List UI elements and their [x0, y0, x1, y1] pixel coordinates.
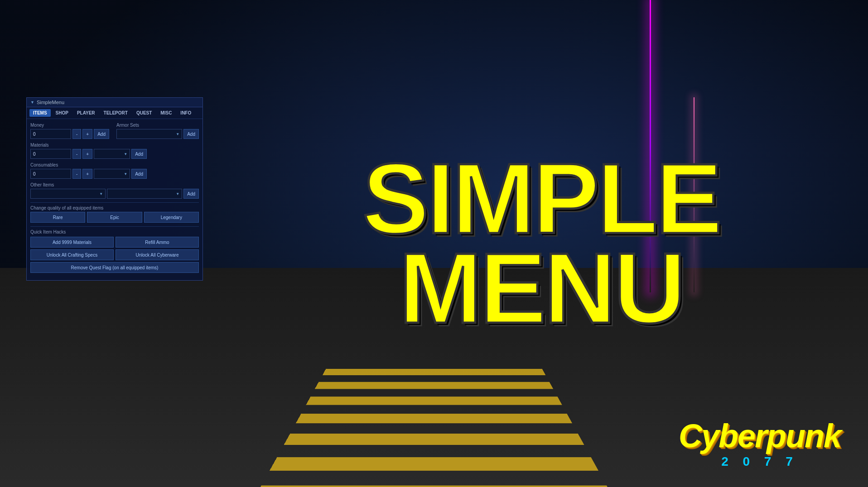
consumables-minus-btn[interactable]: -: [72, 169, 81, 179]
materials-minus-btn[interactable]: -: [72, 149, 81, 159]
armor-sets-add-btn[interactable]: Add: [183, 129, 199, 139]
panel-body: Money - + Add Armor Sets ▼ Add: [27, 119, 203, 280]
main-title: SIMPLE MENU: [362, 154, 720, 333]
change-quality-label: Change quality of all equipped items: [30, 205, 199, 210]
money-section: Money - + Add: [30, 123, 113, 139]
materials-input-row: - + ▼ Add: [30, 149, 199, 159]
title-line2: MENU: [362, 244, 720, 333]
consumables-dropdown[interactable]: ▼: [94, 169, 130, 179]
tab-quest[interactable]: QUEST: [133, 109, 155, 117]
materials-section: Materials - + ▼ Add: [30, 143, 199, 159]
quality-buttons-row: Rare Epic Legendary: [30, 212, 199, 223]
other-items-dropdown2[interactable]: ▼: [107, 189, 182, 199]
quick-hacks-label: Quick Item Hacks: [30, 229, 199, 234]
materials-label: Materials: [30, 143, 199, 148]
other-items-dropdown2-arrow: ▼: [176, 192, 179, 196]
consumables-add-btn[interactable]: Add: [131, 169, 147, 179]
money-input-row: - + Add: [30, 129, 113, 139]
tabs-row: ITEMS SHOP PLAYER TELEPORT QUEST MISC IN…: [27, 107, 203, 119]
armor-sets-section: Armor Sets ▼ Add: [116, 123, 199, 139]
tab-shop[interactable]: SHOP: [52, 109, 72, 117]
panel-titlebar: ▼ SimpleMenu: [27, 98, 203, 107]
materials-input[interactable]: [30, 149, 71, 159]
materials-dropdown-arrow: ▼: [124, 152, 127, 156]
tab-player[interactable]: PLAYER: [73, 109, 99, 117]
collapse-icon[interactable]: ▼: [30, 100, 34, 105]
cyberpunk-logo: Cyberpunk 2 0 7 7: [679, 417, 841, 469]
divider2: [30, 226, 199, 227]
other-items-add-btn[interactable]: Add: [183, 189, 199, 199]
other-items-section: Other Items ▼ ▼ Add: [30, 182, 199, 199]
money-input[interactable]: [30, 129, 71, 139]
money-label: Money: [30, 123, 113, 128]
armor-sets-dropdown[interactable]: ▼: [116, 129, 182, 139]
money-minus-btn[interactable]: -: [72, 129, 81, 139]
quality-legendary-btn[interactable]: Legendary: [144, 212, 199, 223]
quality-rare-btn[interactable]: Rare: [30, 212, 85, 223]
tab-info[interactable]: INFO: [177, 109, 195, 117]
tab-misc[interactable]: MISC: [157, 109, 175, 117]
tab-items[interactable]: ITEMS: [29, 109, 51, 117]
other-items-dropdown1[interactable]: ▼: [30, 189, 106, 199]
hack-row1: Add 9999 Materials Refill Ammo: [30, 237, 199, 248]
title-line1: SIMPLE: [362, 154, 720, 244]
quality-epic-btn[interactable]: Epic: [87, 212, 142, 223]
refill-ammo-btn[interactable]: Refill Ammo: [116, 237, 199, 248]
other-items-label: Other Items: [30, 182, 199, 187]
tab-teleport[interactable]: TELEPORT: [100, 109, 131, 117]
panel-title-label: SimpleMenu: [37, 100, 64, 105]
money-add-btn[interactable]: Add: [94, 129, 109, 139]
armor-sets-label: Armor Sets: [116, 123, 199, 128]
hack-row2: Unlock All Crafting Specs Unlock All Cyb…: [30, 249, 199, 260]
materials-plus-btn[interactable]: +: [82, 149, 92, 159]
armor-sets-input-row: ▼ Add: [116, 129, 199, 139]
consumables-input[interactable]: [30, 169, 71, 179]
divider1: [30, 202, 199, 203]
other-items-dropdown1-arrow: ▼: [99, 192, 103, 196]
money-plus-btn[interactable]: +: [82, 129, 92, 139]
simplemenu-panel: ▼ SimpleMenu ITEMS SHOP PLAYER TELEPORT …: [26, 97, 203, 281]
consumables-input-row: - + ▼ Add: [30, 169, 199, 179]
remove-quest-flag-btn[interactable]: Remove Quest Flag (on all equipped items…: [30, 262, 199, 273]
materials-dropdown[interactable]: ▼: [94, 149, 130, 159]
hack-row3: Remove Quest Flag (on all equipped items…: [30, 262, 199, 273]
change-quality-section: Change quality of all equipped items Rar…: [30, 205, 199, 223]
materials-add-btn[interactable]: Add: [131, 149, 147, 159]
unlock-cyberware-btn[interactable]: Unlock All Cyberware: [116, 249, 199, 260]
consumables-plus-btn[interactable]: +: [82, 169, 92, 179]
money-armor-row: Money - + Add Armor Sets ▼ Add: [30, 123, 199, 143]
add-materials-btn[interactable]: Add 9999 Materials: [30, 237, 114, 248]
consumables-dropdown-arrow: ▼: [124, 172, 127, 176]
armor-sets-dropdown-arrow: ▼: [176, 132, 179, 136]
cp-logo-text: Cyberpunk: [679, 417, 841, 454]
consumables-section: Consumables - + ▼ Add: [30, 162, 199, 179]
quick-hacks-section: Quick Item Hacks Add 9999 Materials Refi…: [30, 229, 199, 273]
unlock-crafting-btn[interactable]: Unlock All Crafting Specs: [30, 249, 114, 260]
cp-logo-year: 2 0 7 7: [679, 454, 841, 469]
consumables-label: Consumables: [30, 162, 199, 167]
other-items-input-row: ▼ ▼ Add: [30, 189, 199, 199]
